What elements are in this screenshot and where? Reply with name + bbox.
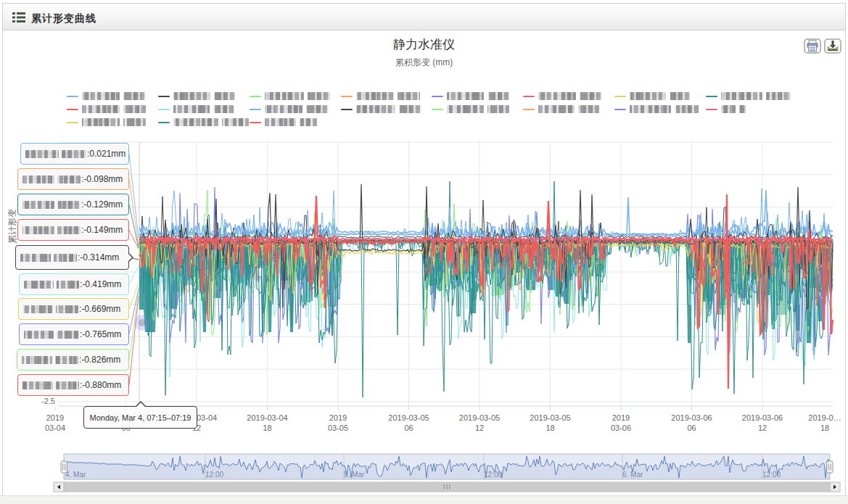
svg-text:2019-0…: 2019-0… bbox=[808, 413, 841, 422]
svg-text:12:00: 12:00 bbox=[484, 471, 502, 479]
svg-text:06: 06 bbox=[687, 424, 696, 432]
svg-text:2019-03-05: 2019-03-05 bbox=[530, 413, 570, 422]
svg-text:2019: 2019 bbox=[46, 413, 64, 422]
svg-text:03-05: 03-05 bbox=[328, 424, 348, 432]
svg-text:2019: 2019 bbox=[329, 413, 347, 422]
svg-text:12: 12 bbox=[475, 424, 484, 432]
svg-text:6. Mar: 6. Mar bbox=[622, 471, 643, 479]
svg-text:2019-03-06: 2019-03-06 bbox=[742, 413, 783, 422]
svg-text:2019-03-04: 2019-03-04 bbox=[247, 413, 287, 422]
svg-text:-2.5: -2.5 bbox=[41, 397, 55, 405]
svg-text:03-06: 03-06 bbox=[611, 424, 631, 432]
svg-text:4. Mar: 4. Mar bbox=[65, 471, 86, 479]
svg-text:18: 18 bbox=[546, 424, 554, 432]
svg-text:12: 12 bbox=[758, 424, 767, 432]
svg-text:2019-03-06: 2019-03-06 bbox=[671, 413, 712, 422]
svg-text:2019-03-05: 2019-03-05 bbox=[388, 413, 429, 422]
svg-text:12:00: 12:00 bbox=[205, 471, 223, 479]
svg-text:累计形变: 累计形变 bbox=[7, 209, 17, 244]
svg-text:12:00: 12:00 bbox=[762, 471, 781, 479]
svg-text:06: 06 bbox=[404, 424, 413, 432]
svg-text:2019: 2019 bbox=[612, 413, 630, 422]
svg-text:18: 18 bbox=[263, 424, 271, 432]
svg-text:18: 18 bbox=[820, 424, 829, 432]
svg-text:03-04: 03-04 bbox=[45, 424, 65, 432]
svg-text:2019-03-05: 2019-03-05 bbox=[459, 413, 500, 422]
svg-text:5. Mar: 5. Mar bbox=[344, 471, 365, 479]
